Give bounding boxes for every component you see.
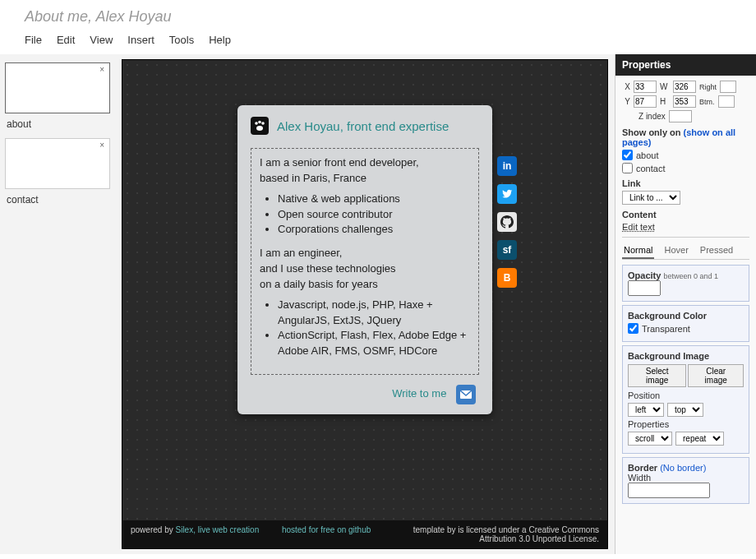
pages-panel: × about × contact [0, 54, 115, 554]
bullet: Corporations challenges [278, 222, 470, 238]
twitter-icon[interactable] [497, 184, 517, 204]
transparent-label: Transparent [642, 324, 690, 334]
edit-text-link[interactable]: Edit text [622, 222, 655, 232]
input-y[interactable] [634, 95, 657, 108]
checkbox-label: contact [636, 164, 665, 173]
bullet: ActionScript, Flash, Flex, Adobe Edge + … [278, 328, 470, 359]
bgimage-label: Background Image [628, 351, 709, 361]
pos-h-select[interactable]: left [628, 403, 664, 417]
page-label: about [5, 118, 110, 130]
svg-point-0 [255, 122, 258, 125]
transparent-checkbox[interactable] [628, 323, 638, 334]
paw-icon [251, 117, 269, 135]
svg-point-3 [256, 126, 263, 131]
menubar: File Edit View Insert Tools Help [0, 25, 756, 54]
show-only-label: Show only on [622, 127, 684, 137]
label-w: W [660, 82, 670, 91]
social-column: in sf B [497, 156, 517, 288]
no-border-link[interactable]: (No border) [660, 463, 706, 473]
label-x: X [622, 82, 630, 91]
blogger-icon[interactable]: B [497, 268, 517, 288]
properties-panel: Properties X W Right Y H Btm. Z index [615, 54, 756, 554]
props-sub-label: Properties [628, 419, 744, 429]
sourceforge-icon[interactable]: sf [497, 240, 517, 260]
input-z[interactable] [669, 110, 692, 122]
menu-edit[interactable]: Edit [57, 34, 75, 46]
input-btm[interactable] [718, 95, 735, 108]
checkbox-contact[interactable] [622, 163, 633, 173]
bgcolor-label: Background Color [628, 311, 707, 321]
github-icon[interactable] [497, 212, 517, 232]
linkedin-icon[interactable]: in [497, 156, 517, 176]
bullet: Native & web applications [278, 192, 470, 207]
menu-help[interactable]: Help [209, 34, 231, 46]
page-label: contact [5, 194, 110, 206]
close-icon[interactable]: × [99, 65, 104, 74]
link-section-label: Link [622, 178, 749, 188]
text-block-selected[interactable]: I am a senior front end developer, based… [251, 148, 479, 375]
svg-point-2 [261, 122, 265, 125]
menu-file[interactable]: File [25, 34, 42, 46]
card-title: Alex Hoyau, front end expertise [277, 119, 449, 133]
border-label: Border [628, 463, 657, 473]
intro-text: I am a senior front end developer, based… [260, 155, 470, 187]
canvas-area: Alex Hoyau, front end expertise I am a s… [115, 54, 615, 554]
content-section-label: Content [622, 210, 749, 219]
opacity-hint: between 0 and 1 [663, 272, 718, 280]
input-h[interactable] [673, 95, 696, 108]
write-to-me-link[interactable]: Write to me [251, 385, 479, 404]
position-label: Position [628, 390, 744, 400]
content-card[interactable]: Alex Hoyau, front end expertise I am a s… [237, 105, 492, 414]
select-image-button[interactable]: Select image [628, 364, 686, 387]
svg-point-1 [258, 121, 261, 124]
label-y: Y [622, 97, 630, 106]
menu-tools[interactable]: Tools [169, 34, 194, 46]
menu-insert[interactable]: Insert [127, 34, 154, 46]
repeat-select[interactable]: repeat [675, 432, 724, 446]
bullet: Open source contributor [278, 207, 470, 223]
page-thumb-contact[interactable]: × [5, 138, 110, 189]
canvas[interactable]: Alex Hoyau, front end expertise I am a s… [122, 59, 608, 549]
app-title: About me, Alex Hoyau [0, 0, 756, 25]
opacity-input[interactable] [628, 280, 661, 296]
properties-header: Properties [615, 54, 756, 76]
checkbox-label: about [636, 150, 659, 160]
input-right[interactable] [720, 81, 736, 93]
clear-image-button[interactable]: Clear image [688, 364, 744, 387]
label-right: Right [699, 83, 717, 91]
width-label: Width [628, 473, 651, 483]
tab-hover[interactable]: Hover [662, 243, 689, 259]
opacity-label: Opacity [628, 270, 661, 280]
input-x[interactable] [634, 81, 657, 93]
mail-icon [456, 385, 476, 404]
bullet: Javascript, node.js, PHP, Haxe + Angular… [278, 298, 470, 329]
label-btm: Btm. [699, 98, 715, 106]
menu-view[interactable]: View [90, 34, 113, 46]
checkbox-about[interactable] [622, 150, 633, 160]
border-width-input[interactable] [628, 483, 710, 498]
state-tabs: Normal Hover Pressed [622, 243, 749, 260]
input-w[interactable] [673, 81, 696, 93]
tab-normal[interactable]: Normal [622, 243, 654, 259]
label-h: H [660, 97, 670, 106]
link-select[interactable]: Link to ... [622, 191, 680, 205]
github-link[interactable]: hosted for free on github [282, 525, 371, 534]
scroll-select[interactable]: scroll [628, 432, 672, 446]
page-thumb-about[interactable]: × [5, 62, 110, 113]
silex-link[interactable]: Silex, live web creation [175, 525, 259, 534]
label-z: Z index [638, 112, 666, 121]
close-icon[interactable]: × [99, 141, 104, 150]
mid-text: I am an engineer, and I use these techno… [260, 246, 470, 293]
tab-pressed[interactable]: Pressed [698, 243, 735, 259]
pos-v-select[interactable]: top [667, 403, 703, 417]
canvas-footer: powered by Silex, live web creation host… [122, 520, 607, 548]
